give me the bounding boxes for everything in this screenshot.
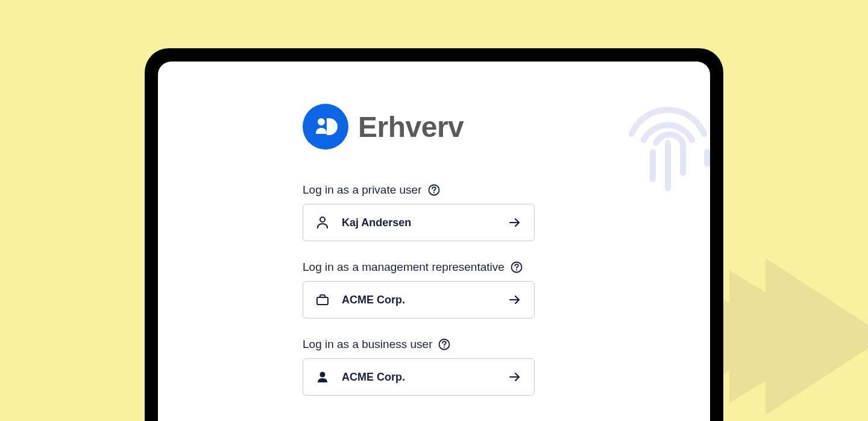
business-user-section: Log in as a business user [303, 338, 565, 396]
arrow-right-icon [508, 293, 522, 307]
svg-point-7 [433, 192, 434, 193]
brand-logo-icon [303, 104, 348, 150]
business-user-label: Log in as a business user [303, 338, 432, 351]
private-user-name: Kaj Andersen [342, 217, 495, 229]
arrow-right-icon [508, 370, 522, 384]
management-rep-section: Log in as a management representative [303, 261, 565, 318]
help-icon[interactable] [438, 338, 450, 350]
management-rep-option[interactable]: ACME Corp. [303, 281, 535, 318]
brand-header: Erhverv [303, 104, 565, 150]
business-user-name: ACME Corp. [342, 371, 495, 384]
brand-title: Erhverv [358, 110, 464, 144]
business-user-option[interactable]: ACME Corp. [303, 358, 535, 396]
svg-point-8 [320, 217, 325, 222]
private-user-label: Log in as a private user [303, 183, 422, 197]
arrow-right-icon [508, 215, 522, 230]
svg-marker-4 [766, 258, 868, 415]
fingerprint-icon [614, 86, 710, 194]
person-filled-icon [315, 370, 330, 384]
svg-rect-11 [317, 297, 328, 305]
svg-point-13 [444, 346, 445, 347]
device-frame: Erhverv Log in as a private user [145, 48, 723, 421]
management-rep-label: Log in as a management representative [303, 261, 505, 274]
help-icon[interactable] [511, 261, 523, 273]
management-rep-name: ACME Corp. [342, 294, 495, 306]
svg-point-10 [516, 269, 517, 270]
briefcase-icon [315, 293, 330, 307]
private-user-section: Log in as a private user [303, 183, 565, 241]
svg-point-5 [318, 118, 325, 125]
svg-point-14 [320, 372, 326, 378]
app-screen: Erhverv Log in as a private user [158, 62, 710, 421]
person-outline-icon [315, 215, 330, 230]
private-user-option[interactable]: Kaj Andersen [303, 204, 535, 241]
help-icon[interactable] [428, 184, 440, 196]
